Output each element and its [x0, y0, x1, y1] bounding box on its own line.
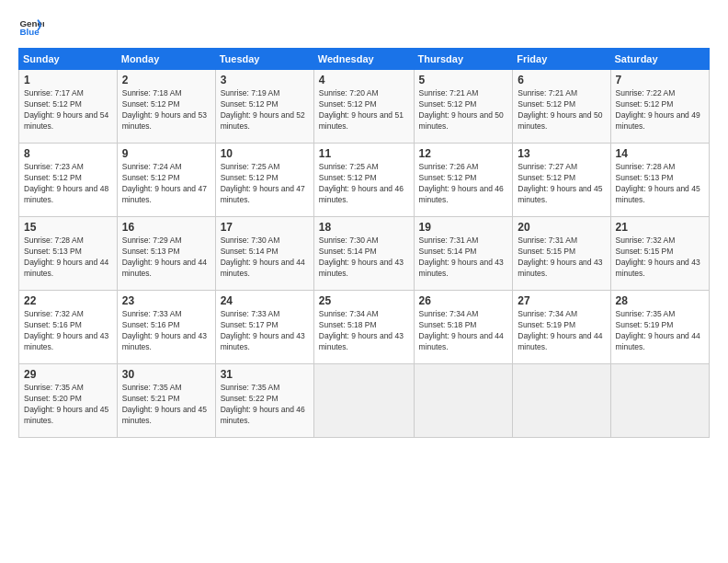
calendar-cell: 6Sunrise: 7:21 AMSunset: 5:12 PMDaylight… [513, 70, 610, 144]
day-number: 16 [122, 221, 210, 234]
day-number: 2 [122, 74, 210, 86]
day-number: 27 [518, 294, 605, 307]
calendar-cell: 17Sunrise: 7:30 AMSunset: 5:14 PMDayligh… [215, 217, 313, 291]
day-info: Sunrise: 7:20 AMSunset: 5:12 PMDaylight:… [319, 88, 409, 132]
day-number: 24 [221, 294, 309, 307]
day-number: 10 [221, 147, 309, 160]
day-number: 14 [616, 147, 704, 160]
calendar-cell: 20Sunrise: 7:31 AMSunset: 5:15 PMDayligh… [513, 217, 610, 291]
day-number: 12 [419, 147, 508, 160]
day-info: Sunrise: 7:21 AMSunset: 5:12 PMDaylight:… [419, 88, 508, 132]
calendar-week-row: 8Sunrise: 7:23 AMSunset: 5:12 PMDaylight… [19, 144, 710, 217]
calendar-cell: 2Sunrise: 7:18 AMSunset: 5:12 PMDaylight… [117, 70, 215, 144]
day-number: 19 [419, 221, 508, 234]
day-number: 30 [122, 368, 210, 381]
calendar-cell: 24Sunrise: 7:33 AMSunset: 5:17 PMDayligh… [215, 291, 313, 364]
day-info: Sunrise: 7:35 AMSunset: 5:19 PMDaylight:… [616, 309, 704, 353]
day-number: 31 [221, 368, 309, 381]
calendar-header-friday: Friday [513, 49, 610, 70]
calendar-cell: 16Sunrise: 7:29 AMSunset: 5:13 PMDayligh… [117, 217, 215, 291]
calendar-cell: 18Sunrise: 7:30 AMSunset: 5:14 PMDayligh… [313, 217, 414, 291]
calendar-cell: 13Sunrise: 7:27 AMSunset: 5:12 PMDayligh… [513, 144, 610, 217]
calendar-header-saturday: Saturday [610, 49, 709, 70]
day-info: Sunrise: 7:23 AMSunset: 5:12 PMDaylight:… [24, 162, 112, 206]
calendar-cell: 4Sunrise: 7:20 AMSunset: 5:12 PMDaylight… [313, 70, 414, 144]
day-info: Sunrise: 7:28 AMSunset: 5:13 PMDaylight:… [616, 162, 704, 206]
day-info: Sunrise: 7:34 AMSunset: 5:18 PMDaylight:… [319, 309, 409, 353]
calendar-header-monday: Monday [117, 49, 215, 70]
calendar-cell [610, 364, 709, 438]
calendar-cell [313, 364, 414, 438]
day-number: 8 [24, 147, 112, 160]
day-number: 22 [24, 294, 112, 307]
calendar-week-row: 15Sunrise: 7:28 AMSunset: 5:13 PMDayligh… [19, 217, 710, 291]
day-number: 28 [616, 294, 704, 307]
svg-text:Blue: Blue [19, 27, 40, 37]
calendar-week-row: 22Sunrise: 7:32 AMSunset: 5:16 PMDayligh… [19, 291, 710, 364]
calendar-header-thursday: Thursday [414, 49, 513, 70]
day-info: Sunrise: 7:35 AMSunset: 5:20 PMDaylight:… [24, 383, 112, 427]
calendar-cell: 12Sunrise: 7:26 AMSunset: 5:12 PMDayligh… [414, 144, 513, 217]
calendar-page: General Blue SundayMondayTuesdayWednesda… [0, 0, 728, 563]
day-info: Sunrise: 7:32 AMSunset: 5:15 PMDaylight:… [616, 236, 704, 280]
day-info: Sunrise: 7:21 AMSunset: 5:12 PMDaylight:… [518, 88, 605, 132]
day-info: Sunrise: 7:22 AMSunset: 5:12 PMDaylight:… [616, 88, 704, 132]
calendar-cell: 31Sunrise: 7:35 AMSunset: 5:22 PMDayligh… [215, 364, 313, 438]
calendar-header-sunday: Sunday [19, 49, 118, 70]
day-number: 29 [24, 368, 112, 381]
calendar-cell [414, 364, 513, 438]
calendar-cell: 9Sunrise: 7:24 AMSunset: 5:12 PMDaylight… [117, 144, 215, 217]
day-info: Sunrise: 7:31 AMSunset: 5:15 PMDaylight:… [518, 236, 605, 280]
calendar-cell: 30Sunrise: 7:35 AMSunset: 5:21 PMDayligh… [117, 364, 215, 438]
day-number: 26 [419, 294, 508, 307]
day-info: Sunrise: 7:30 AMSunset: 5:14 PMDaylight:… [221, 236, 309, 280]
day-info: Sunrise: 7:25 AMSunset: 5:12 PMDaylight:… [221, 162, 309, 206]
day-number: 5 [419, 74, 508, 86]
calendar-week-row: 1Sunrise: 7:17 AMSunset: 5:12 PMDaylight… [19, 70, 710, 144]
day-number: 1 [24, 74, 112, 86]
calendar-cell: 14Sunrise: 7:28 AMSunset: 5:13 PMDayligh… [610, 144, 709, 217]
day-info: Sunrise: 7:25 AMSunset: 5:12 PMDaylight:… [319, 162, 409, 206]
calendar-cell: 23Sunrise: 7:33 AMSunset: 5:16 PMDayligh… [117, 291, 215, 364]
day-number: 18 [319, 221, 409, 234]
calendar-header-row: SundayMondayTuesdayWednesdayThursdayFrid… [19, 49, 710, 70]
calendar-cell: 25Sunrise: 7:34 AMSunset: 5:18 PMDayligh… [313, 291, 414, 364]
day-number: 11 [319, 147, 409, 160]
calendar-header-tuesday: Tuesday [215, 49, 313, 70]
day-info: Sunrise: 7:28 AMSunset: 5:13 PMDaylight:… [24, 236, 112, 280]
logo: General Blue [18, 15, 48, 40]
calendar-week-row: 29Sunrise: 7:35 AMSunset: 5:20 PMDayligh… [19, 364, 710, 438]
calendar-cell [513, 364, 610, 438]
day-info: Sunrise: 7:35 AMSunset: 5:22 PMDaylight:… [221, 383, 309, 427]
header: General Blue [18, 15, 710, 40]
calendar-table: SundayMondayTuesdayWednesdayThursdayFrid… [18, 48, 710, 438]
calendar-cell: 8Sunrise: 7:23 AMSunset: 5:12 PMDaylight… [19, 144, 118, 217]
calendar-cell: 27Sunrise: 7:34 AMSunset: 5:19 PMDayligh… [513, 291, 610, 364]
calendar-cell: 29Sunrise: 7:35 AMSunset: 5:20 PMDayligh… [19, 364, 118, 438]
day-number: 21 [616, 221, 704, 234]
calendar-cell: 15Sunrise: 7:28 AMSunset: 5:13 PMDayligh… [19, 217, 118, 291]
day-info: Sunrise: 7:30 AMSunset: 5:14 PMDaylight:… [319, 236, 409, 280]
calendar-cell: 1Sunrise: 7:17 AMSunset: 5:12 PMDaylight… [19, 70, 118, 144]
day-info: Sunrise: 7:33 AMSunset: 5:17 PMDaylight:… [221, 309, 309, 353]
day-number: 15 [24, 221, 112, 234]
calendar-cell: 3Sunrise: 7:19 AMSunset: 5:12 PMDaylight… [215, 70, 313, 144]
calendar-cell: 11Sunrise: 7:25 AMSunset: 5:12 PMDayligh… [313, 144, 414, 217]
day-number: 25 [319, 294, 409, 307]
calendar-cell: 5Sunrise: 7:21 AMSunset: 5:12 PMDaylight… [414, 70, 513, 144]
logo-icon: General Blue [18, 15, 44, 40]
day-number: 7 [616, 74, 704, 86]
day-info: Sunrise: 7:34 AMSunset: 5:19 PMDaylight:… [518, 309, 605, 353]
day-info: Sunrise: 7:34 AMSunset: 5:18 PMDaylight:… [419, 309, 508, 353]
day-info: Sunrise: 7:18 AMSunset: 5:12 PMDaylight:… [122, 88, 210, 132]
day-info: Sunrise: 7:24 AMSunset: 5:12 PMDaylight:… [122, 162, 210, 206]
day-info: Sunrise: 7:33 AMSunset: 5:16 PMDaylight:… [122, 309, 210, 353]
day-info: Sunrise: 7:31 AMSunset: 5:14 PMDaylight:… [419, 236, 508, 280]
day-number: 17 [221, 221, 309, 234]
calendar-cell: 22Sunrise: 7:32 AMSunset: 5:16 PMDayligh… [19, 291, 118, 364]
day-number: 6 [518, 74, 605, 86]
calendar-cell: 28Sunrise: 7:35 AMSunset: 5:19 PMDayligh… [610, 291, 709, 364]
calendar-header-wednesday: Wednesday [313, 49, 414, 70]
day-info: Sunrise: 7:26 AMSunset: 5:12 PMDaylight:… [419, 162, 508, 206]
day-number: 9 [122, 147, 210, 160]
